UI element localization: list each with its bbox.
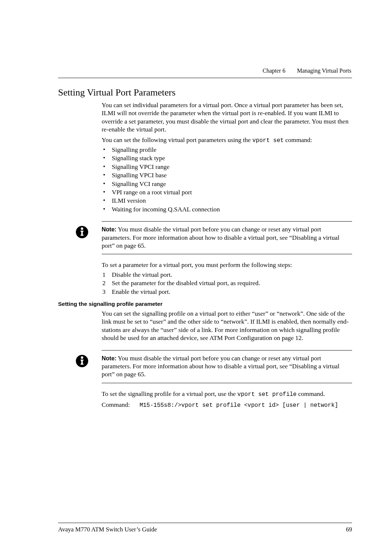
command-label: Command: bbox=[102, 401, 138, 409]
running-header: Chapter 6 Managing Virtual Ports bbox=[263, 68, 352, 74]
command-intro: To set the signalling profile for a virt… bbox=[102, 390, 352, 398]
note-label: Note: bbox=[102, 226, 117, 232]
list-item: Enable the virtual port. bbox=[102, 288, 352, 296]
parameter-bullet-list: Signalling profile Signalling stack type… bbox=[102, 146, 352, 213]
subsection-heading: Setting the signalling profile parameter bbox=[58, 301, 352, 307]
chapter-number: Chapter 6 bbox=[263, 68, 286, 74]
chapter-title: Managing Virtual Ports bbox=[297, 68, 351, 74]
header-rule bbox=[58, 78, 352, 78]
note-rule-bottom bbox=[102, 383, 352, 383]
steps-intro: To set a parameter for a virtual port, y… bbox=[102, 261, 352, 269]
section-heading: Setting Virtual Port Parameters bbox=[58, 87, 352, 98]
intro2-pre: You can set the following virtual port p… bbox=[102, 136, 252, 143]
list-item: Signalling stack type bbox=[102, 154, 352, 162]
note-text: You must disable the virtual port before… bbox=[102, 355, 339, 378]
page-footer: Avaya M770 ATM Switch User’s Guide 69 bbox=[58, 523, 352, 533]
note-text: You must disable the virtual port before… bbox=[102, 226, 339, 249]
page-number: 69 bbox=[346, 526, 352, 533]
intro-paragraph-2: You can set the following virtual port p… bbox=[102, 136, 352, 144]
command-row: Command: M15-155s8:/>vport set profile <… bbox=[102, 401, 352, 409]
list-item: Signalling VPCI range bbox=[102, 163, 352, 171]
footer-title: Avaya M770 ATM Switch User’s Guide bbox=[58, 526, 157, 533]
note-label: Note: bbox=[102, 355, 117, 361]
intro2-code: vport set bbox=[252, 137, 283, 144]
subsection-paragraph: You can set the signalling profile on a … bbox=[102, 309, 352, 342]
list-item: VPI range on a root virtual port bbox=[102, 188, 352, 196]
list-item: Signalling profile bbox=[102, 146, 352, 154]
intro-paragraph-1: You can set individual parameters for a … bbox=[102, 101, 352, 134]
info-icon bbox=[75, 355, 89, 368]
list-item: Waiting for incoming Q.SAAL connection bbox=[102, 205, 352, 213]
steps-list: Disable the virtual port. Set the parame… bbox=[102, 271, 352, 296]
note-body: Note: You must disable the virtual port … bbox=[102, 351, 352, 383]
list-item: Set the parameter for the disabled virtu… bbox=[102, 279, 352, 287]
info-icon bbox=[75, 226, 89, 239]
note-block: Note: You must disable the virtual port … bbox=[102, 221, 352, 254]
footer-rule bbox=[58, 523, 352, 523]
cmd-intro-code: vport set profile bbox=[237, 391, 297, 398]
list-item: ILMI version bbox=[102, 197, 352, 204]
note-block: Note: You must disable the virtual port … bbox=[102, 350, 352, 383]
note-body: Note: You must disable the virtual port … bbox=[102, 222, 352, 254]
list-item: Disable the virtual port. bbox=[102, 271, 352, 279]
cmd-intro-pre: To set the signalling profile for a virt… bbox=[102, 390, 237, 397]
list-item: Signalling VCI range bbox=[102, 180, 352, 188]
note-rule-bottom bbox=[102, 254, 352, 254]
cmd-intro-post: command. bbox=[297, 390, 325, 397]
command-text: M15-155s8:/>vport set profile <vport id>… bbox=[139, 402, 338, 409]
svg-point-1 bbox=[81, 227, 83, 230]
list-item: Signalling VPCI base bbox=[102, 171, 352, 179]
svg-point-3 bbox=[81, 356, 83, 359]
intro2-post: command: bbox=[284, 136, 312, 143]
